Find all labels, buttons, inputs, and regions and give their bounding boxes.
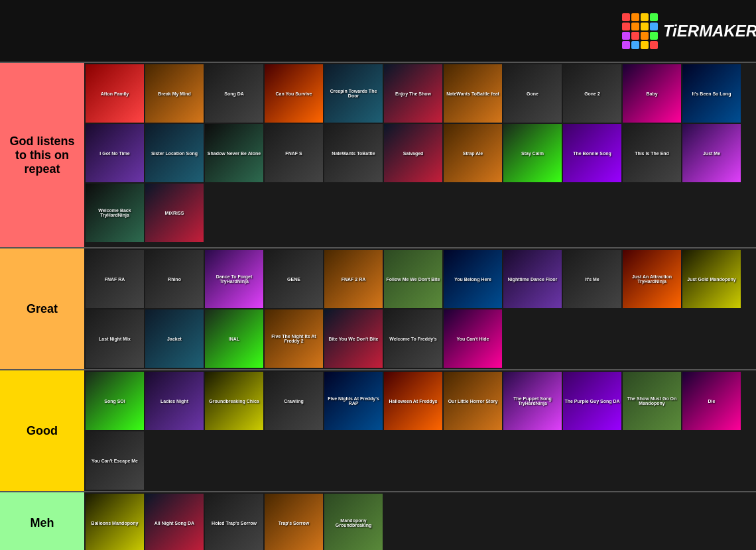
album-thumb[interactable]: Just An Attraction TryHardNinja [623,250,681,308]
grid-cell [650,23,658,30]
album-thumb[interactable]: Welcome Back TryHardNinja [86,184,144,242]
album-thumb[interactable]: Shadow Never Be Alone [205,124,263,182]
album-thumb[interactable]: Last Night Mix [86,309,144,368]
album-thumb[interactable]: It's Me [563,250,621,308]
grid-cell [622,41,630,49]
grid-cell [641,41,649,49]
tier-label-meh: Meh [0,492,84,550]
album-thumb[interactable]: Afton Family [86,64,144,123]
album-thumb[interactable]: Crawling [265,372,323,430]
grid-cell [631,32,639,40]
tier-label-good: Good [0,370,84,491]
album-thumb[interactable]: MiXRiSS [145,184,204,242]
grid-cell [622,23,630,30]
grid-cell [641,13,649,21]
album-thumb[interactable]: FNAF 2 RA [324,250,383,308]
grid-cell [641,32,649,40]
album-thumb[interactable]: GENE [265,250,323,308]
album-thumb[interactable]: Sister Location Song [145,124,204,182]
header-row: TiERMAKER [0,0,756,63]
album-thumb[interactable]: INAL [205,309,263,368]
album-thumb[interactable]: Jacket [145,309,204,368]
album-thumb[interactable]: Trap's Sorrow [265,494,323,550]
grid-cell [631,13,639,21]
grid-cell [622,13,630,21]
grid-cell [631,41,639,49]
album-thumb[interactable]: I Got No Time [86,124,144,182]
album-thumb[interactable]: Our Little Horror Story [444,372,502,430]
album-thumb[interactable]: Ladies Night [145,372,204,430]
tiermaker-logo-container: TiERMAKER [623,0,756,62]
tier-content-great: FNAF RARhinoDance To Forget TryHardNinja… [84,248,756,369]
tiermaker-grid [622,13,658,49]
album-thumb[interactable]: Dance To Forget TryHardNinja [205,250,263,308]
album-thumb[interactable]: Just Gold Mandopony [682,250,741,308]
tier-row-good: Good Song SOILadies NightGroundbreaking … [0,370,756,492]
album-thumb[interactable]: NateWants ToBattle [324,124,383,182]
album-thumb[interactable]: The Show Must Go On Mandopony [623,372,681,430]
album-thumb[interactable]: Halloween At Freddys [384,372,442,430]
album-thumb[interactable]: Holed Trap's Sorrow [205,494,263,550]
tier-content-meh: Balloons MandoponyAll Night Song DAHoled… [84,492,756,550]
album-thumb[interactable]: FNAF RA [86,250,144,308]
album-thumb[interactable]: The Puppet Song TryHardNinja [503,372,562,430]
tiermaker-text-container: TiERMAKER [663,22,756,40]
album-thumb[interactable]: You Can't Escape Me [86,431,144,490]
grid-cell [650,32,658,40]
tier-row-great: Great FNAF RARhinoDance To Forget TryHar… [0,248,756,370]
album-thumb[interactable]: Break My Mind [145,64,204,123]
album-thumb[interactable]: Can You Survive [265,64,323,123]
album-thumb[interactable]: It's Been So Long [682,64,741,123]
album-thumb[interactable]: Rhino [145,250,204,308]
tier-row-meh: Meh Balloons MandoponyAll Night Song DAH… [0,492,756,550]
tiermaker-title: TiERMAKER [663,22,756,40]
album-thumb[interactable]: All Night Song DA [145,494,204,550]
album-thumb[interactable]: NateWants ToBattle feat [444,64,502,123]
tier-row-god: God listens to this on repeat Afton Fami… [0,63,756,248]
album-thumb[interactable]: Gone [503,64,562,123]
album-thumb[interactable]: Gone 2 [563,64,621,123]
album-thumb[interactable]: Die [682,372,741,430]
album-thumb[interactable]: Mandopony Groundbreaking [324,494,383,550]
album-thumb[interactable]: Strap Ale [444,124,502,182]
tier-content-god: Afton FamilyBreak My MindSong DACan You … [84,63,756,247]
tier-label-god: God listens to this on repeat [0,63,84,247]
album-thumb[interactable]: The Purple Guy Song DA [563,372,621,430]
album-thumb[interactable]: Five The Night Its At Freddy 2 [265,309,323,368]
tier-list: TiERMAKER God listens to this on repeat … [0,0,756,550]
album-thumb[interactable]: Baby [623,64,681,123]
tier-content-good: Song SOILadies NightGroundbreaking Chica… [84,370,756,491]
album-thumb[interactable]: Song DA [205,64,263,123]
tiermaker-logo: TiERMAKER [622,13,756,49]
grid-cell [622,32,630,40]
album-thumb[interactable]: You Belong Here [444,250,502,308]
grid-cell [631,23,639,30]
album-thumb[interactable]: Groundbreaking Chica [205,372,263,430]
album-thumb[interactable]: This Is The End [623,124,681,182]
album-thumb[interactable]: Balloons Mandopony [86,494,144,550]
tier-label-great: Great [0,248,84,369]
header-items [84,0,623,62]
grid-cell [650,13,658,21]
album-thumb[interactable]: Creepin Towards The Door [324,64,383,123]
album-thumb[interactable]: Just Me [682,124,741,182]
album-thumb[interactable]: The Bonnie Song [563,124,621,182]
logo-area [0,0,84,62]
album-thumb[interactable]: You Can't Hide [444,309,502,368]
album-thumb[interactable]: FNAF S [265,124,323,182]
album-thumb[interactable]: Enjoy The Show [384,64,442,123]
grid-cell [641,23,649,30]
album-thumb[interactable]: Nighttime Dance Floor [503,250,562,308]
album-thumb[interactable]: Song SOI [86,372,144,430]
album-thumb[interactable]: Bite You We Don't Bite [324,309,383,368]
album-thumb[interactable]: Salvaged [384,124,442,182]
album-thumb[interactable]: Follow Me We Don't Bite [384,250,442,308]
album-thumb[interactable]: Welcome To Freddy's [384,309,442,368]
album-thumb[interactable]: Five Nights At Freddy's RAP [324,372,383,430]
grid-cell [650,41,658,49]
album-thumb[interactable]: Stay Calm [503,124,562,182]
